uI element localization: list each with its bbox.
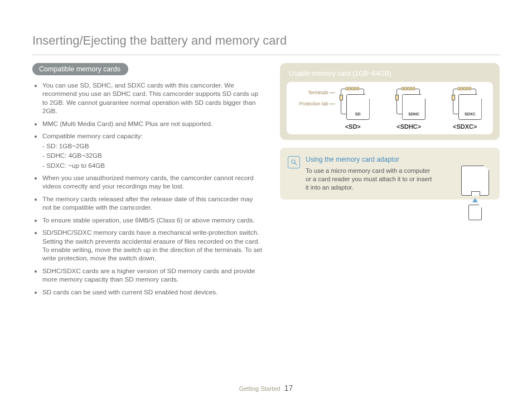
sdxc-card-icon: SDXC (449, 89, 481, 120)
up-arrow-icon (472, 198, 478, 202)
sd-card-group: Terminals Protection tab SD <SD> (299, 89, 368, 130)
micro-card-icon (468, 205, 482, 220)
adaptor-note-box: Using the memory card adaptor To use a m… (280, 148, 500, 200)
horizontal-rule (32, 55, 500, 55)
page-number: 17 (284, 384, 293, 393)
annotation-terminals: Terminals (308, 90, 328, 95)
list-item: SD cards can be used with current SD ena… (42, 288, 267, 296)
card-type-label: <SDXC> (453, 123, 477, 130)
annotation-protection-tab: Protection tab (299, 101, 328, 106)
page-footer: Getting Started 17 (0, 384, 532, 393)
section-heading-pill: Compatible memory cards (32, 63, 128, 75)
card-annotations: Terminals Protection tab (299, 90, 335, 106)
page-title: Inserting/Ejecting the battery and memor… (32, 33, 500, 48)
list-item: Compatible memory card capacity: - SD: 1… (42, 132, 267, 169)
note-title: Using the memory card adaptor (306, 156, 492, 163)
list-item: You can use SD, SDHC, and SDXC cards wit… (42, 81, 267, 115)
left-column: Compatible memory cards You can use SD, … (32, 63, 267, 300)
sub-line: - SDHC: 4GB~32GB (42, 151, 263, 159)
list-item: To ensure stable operation, use 6MB/S (C… (42, 216, 267, 224)
list-item: When you use unauthorized memory cards, … (42, 173, 267, 191)
sdxc-card-group: SDXC <SDXC> (449, 89, 481, 130)
sub-line: - SDXC: ~up to 64GB (42, 161, 263, 169)
note-text: To use a micro memory card with a comput… (306, 167, 434, 192)
card-type-label: <SDHC> (396, 123, 421, 130)
sub-line: - SD: 1GB~2GB (42, 142, 263, 150)
sdhc-card-icon: SDHC (393, 89, 424, 120)
list-item: The memory cards released after the rele… (42, 195, 267, 212)
usable-box-title: Usable memory card (1GB~64GB) (289, 70, 493, 77)
adaptor-figure (457, 166, 493, 220)
bullet-list: You can use SD, SDHC, and SDXC cards wit… (32, 81, 267, 296)
right-column: Usable memory card (1GB~64GB) Terminals … (280, 63, 500, 300)
card-type-label: <SD> (345, 123, 361, 130)
list-item: MMC (Multi Media Card) and MMC Plus are … (42, 119, 267, 128)
footer-section: Getting Started (239, 385, 280, 392)
list-item: SD/SDHC/SDXC memory cards have a mechani… (42, 228, 267, 263)
svg-line-1 (295, 163, 297, 165)
sdhc-card-group: SDHC <SDHC> (393, 89, 424, 130)
magnify-icon (288, 156, 300, 168)
card-illustration-row: Terminals Protection tab SD <SD> (287, 82, 493, 134)
adaptor-card-icon (461, 166, 489, 196)
usable-memory-card-box: Usable memory card (1GB~64GB) Terminals … (280, 63, 500, 140)
list-item: SDHC/SDXC cards are a higher version of … (42, 267, 267, 284)
sd-card-icon: SD (337, 89, 369, 120)
list-item-text: Compatible memory card capacity: (42, 132, 143, 139)
